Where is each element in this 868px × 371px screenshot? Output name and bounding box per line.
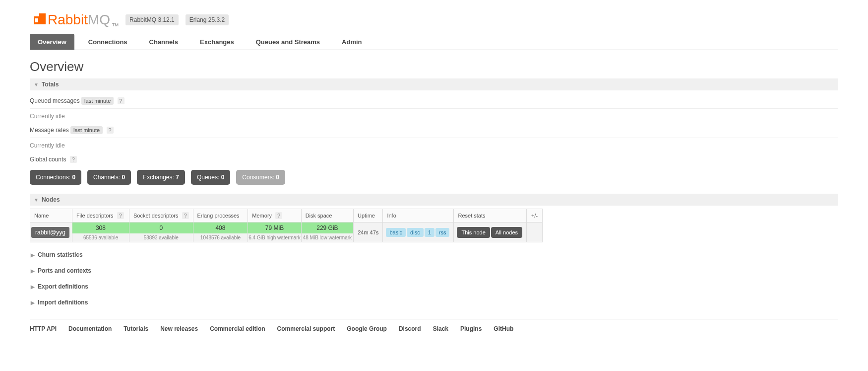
tab-overview[interactable]: Overview: [30, 34, 74, 50]
tab-channels[interactable]: Channels: [141, 34, 186, 50]
footer-http-api[interactable]: HTTP API: [30, 325, 57, 332]
erlang-badge: Erlang 25.3.2: [186, 14, 229, 25]
col-plusminus[interactable]: +/-: [527, 209, 543, 223]
fd-cell: 308 65536 available: [72, 223, 129, 242]
chevron-right-icon: ▶: [31, 252, 35, 258]
disk-value: 229 GiB: [302, 223, 353, 233]
footer-google-group[interactable]: Google Group: [347, 325, 387, 332]
section-churn[interactable]: ▶Churn statistics: [31, 251, 838, 258]
section-nodes[interactable]: ▼ Nodes: [30, 194, 838, 206]
help-icon[interactable]: ?: [70, 156, 77, 163]
info-cell: basicdisc1rss: [383, 223, 454, 242]
mem-sub: 6.4 GiB high watermark: [248, 233, 301, 242]
fd-sub: 65536 available: [72, 233, 129, 242]
pill-consumers[interactable]: Consumers: 0: [236, 170, 285, 185]
table-row: rabbit@yyg 308 65536 available 0 58893 a…: [30, 223, 543, 242]
rabbitmq-icon: [34, 13, 46, 24]
footer-discord[interactable]: Discord: [399, 325, 421, 332]
chevron-right-icon: ▶: [31, 284, 35, 290]
col-sd[interactable]: Socket descriptors ?: [129, 209, 193, 223]
section-totals-label: Totals: [42, 81, 59, 88]
ep-value: 408: [193, 223, 248, 233]
help-icon[interactable]: ?: [107, 127, 114, 134]
col-mem[interactable]: Memory ?: [248, 209, 301, 223]
tab-exchanges[interactable]: Exchanges: [192, 34, 242, 50]
table-header-row: Name File descriptors ? Socket descripto…: [30, 209, 543, 223]
help-icon[interactable]: ?: [275, 212, 282, 219]
node-name[interactable]: rabbit@yyg: [31, 227, 69, 238]
reset-all-nodes-button[interactable]: All nodes: [491, 227, 522, 238]
disk-sub: 48 MiB low watermark: [302, 233, 353, 242]
logo-text-mq: MQ: [88, 12, 110, 28]
page-title: Overview: [30, 59, 838, 74]
pill-channels[interactable]: Channels: 0: [87, 170, 131, 185]
fd-value: 308: [72, 223, 129, 233]
help-icon[interactable]: ?: [182, 212, 189, 219]
node-name-cell: rabbit@yyg: [30, 223, 72, 242]
sd-cell: 0 58893 available: [129, 223, 193, 242]
rates-idle: Currently idle: [30, 142, 838, 149]
section-export[interactable]: ▶Export definitions: [31, 283, 838, 290]
help-icon[interactable]: ?: [118, 97, 124, 104]
disk-cell: 229 GiB 48 MiB low watermark: [301, 223, 353, 242]
section-totals[interactable]: ▼ Totals: [30, 78, 838, 90]
tab-queues[interactable]: Queues and Streams: [248, 34, 328, 50]
footer-plugins[interactable]: Plugins: [460, 325, 482, 332]
section-import[interactable]: ▶Import definitions: [31, 299, 838, 306]
version-badge: RabbitMQ 3.12.1: [125, 14, 179, 25]
global-counts-label: Global counts ?: [30, 156, 838, 163]
info-badge-basic[interactable]: basic: [386, 228, 406, 237]
help-icon[interactable]: ?: [117, 212, 124, 219]
col-uptime[interactable]: Uptime: [354, 209, 383, 223]
queued-range[interactable]: last minute: [81, 97, 114, 105]
footer-new-releases[interactable]: New releases: [160, 325, 198, 332]
ep-sub: 1048576 available: [193, 233, 248, 242]
pill-queues[interactable]: Queues: 0: [191, 170, 230, 185]
sd-sub: 58893 available: [129, 233, 193, 242]
info-badge-rss[interactable]: rss: [435, 228, 450, 237]
message-rates-label: Message rates last minute ?: [30, 127, 838, 134]
reset-this-node-button[interactable]: This node: [457, 227, 490, 238]
reset-cell: This nodeAll nodes: [454, 223, 527, 242]
sd-value: 0: [129, 223, 193, 233]
tab-admin[interactable]: Admin: [334, 34, 370, 50]
col-reset[interactable]: Reset stats: [454, 209, 527, 223]
global-counts: Connections: 0 Channels: 0 Exchanges: 7 …: [30, 170, 838, 185]
footer-tutorials[interactable]: Tutorials: [124, 325, 148, 332]
mem-value: 79 MiB: [248, 223, 301, 233]
logo-text-rabbit: Rabbit: [48, 12, 88, 28]
chevron-down-icon: ▼: [34, 82, 39, 87]
uptime-cell: 24m 47s: [354, 223, 383, 242]
info-badge-disc[interactable]: disc: [407, 228, 424, 237]
mem-cell: 79 MiB 6.4 GiB high watermark: [248, 223, 301, 242]
footer-commercial-support[interactable]: Commercial support: [277, 325, 335, 332]
col-disk[interactable]: Disk space: [301, 209, 353, 223]
pill-connections[interactable]: Connections: 0: [30, 170, 81, 185]
col-info[interactable]: Info: [383, 209, 454, 223]
footer-github[interactable]: GitHub: [494, 325, 513, 332]
col-name[interactable]: Name: [30, 209, 72, 223]
nodes-table: Name File descriptors ? Socket descripto…: [30, 209, 543, 242]
header: RabbitMQ TM RabbitMQ 3.12.1 Erlang 25.3.…: [30, 0, 838, 34]
rates-range[interactable]: last minute: [70, 126, 103, 134]
footer-slack[interactable]: Slack: [433, 325, 448, 332]
section-ports[interactable]: ▶Ports and contexts: [31, 267, 838, 274]
footer-links: HTTP API Documentation Tutorials New rel…: [30, 319, 838, 332]
ep-cell: 408 1048576 available: [193, 223, 248, 242]
footer-documentation[interactable]: Documentation: [68, 325, 112, 332]
chevron-right-icon: ▶: [31, 268, 35, 274]
logo-tm: TM: [112, 22, 119, 27]
col-fd[interactable]: File descriptors ?: [72, 209, 129, 223]
queued-idle: Currently idle: [30, 113, 838, 120]
chevron-right-icon: ▶: [31, 300, 35, 305]
footer-commercial-edition[interactable]: Commercial edition: [210, 325, 265, 332]
info-badge-1[interactable]: 1: [425, 228, 434, 237]
tab-connections[interactable]: Connections: [80, 34, 135, 50]
nav-tabs: Overview Connections Channels Exchanges …: [30, 34, 838, 50]
chevron-down-icon: ▼: [34, 197, 39, 203]
section-nodes-label: Nodes: [42, 196, 60, 203]
pill-exchanges[interactable]: Exchanges: 7: [137, 170, 185, 185]
col-ep[interactable]: Erlang processes: [193, 209, 248, 223]
logo[interactable]: RabbitMQ TM: [34, 12, 119, 28]
plusminus-cell[interactable]: [527, 223, 543, 242]
